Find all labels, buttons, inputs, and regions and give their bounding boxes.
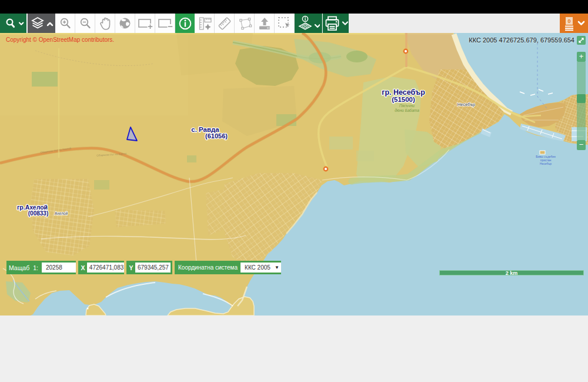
svg-text:Несебър: Несебър bbox=[540, 162, 552, 165]
svg-text:(00833): (00833) bbox=[28, 210, 48, 217]
svg-text:(61056): (61056) bbox=[205, 132, 228, 139]
svg-text:Пясъчни: Пясъчни bbox=[399, 104, 415, 108]
svg-text:0: 0 bbox=[567, 18, 570, 24]
svg-text:(51500): (51500) bbox=[392, 96, 415, 103]
svg-text:гр. Несебър: гр. Несебър bbox=[382, 88, 425, 97]
svg-text:дюни Бабата: дюни Бабата bbox=[395, 108, 419, 112]
svg-text:Ахелой: Ахелой bbox=[55, 211, 68, 215]
svg-text:Несебър: Несебър bbox=[457, 102, 475, 107]
